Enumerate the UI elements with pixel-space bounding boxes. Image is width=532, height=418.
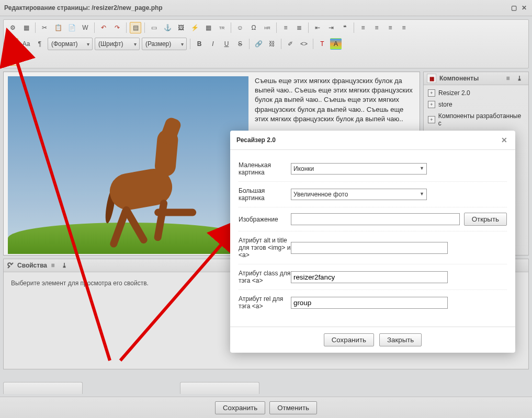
properties-title: Свойства (17, 262, 47, 269)
modal-save-button[interactable]: Сохранить (324, 333, 374, 346)
bottom-tabs (3, 382, 259, 394)
alt-title-input[interactable] (291, 242, 448, 254)
text-direction-icon[interactable]: ¶ (7, 38, 18, 50)
big-image-select[interactable]: Увеличенное фото (291, 189, 427, 200)
panel-menu-icon[interactable]: ≡ (502, 73, 514, 84)
source-icon[interactable]: <> (298, 38, 310, 50)
toolbar-row-1: ⚙ ▦ ✂ 📋 📄 W ↶ ↷ ▤ ▭ ⚓ 🖼 ⚡ ▦ TR ☺ Ω НR ≡ … (3, 19, 529, 68)
panel-menu-icon[interactable]: ≡ (47, 260, 59, 271)
align-right-icon[interactable]: ≡ (384, 22, 396, 33)
table-icon[interactable]: ▦ (202, 22, 214, 33)
copy-icon[interactable]: 📋 (52, 22, 64, 33)
alt-title-label: Атрибут alt и title для тэгов <img> и <a… (239, 237, 291, 259)
window-title: Редактирование страницы: /resizer2/new_p… (4, 4, 163, 11)
components-icon: ▦ (427, 74, 436, 83)
layout-icon[interactable]: ▦ (20, 22, 32, 33)
small-image-select[interactable]: Иконки (291, 163, 427, 175)
unlink-icon[interactable]: ⛓ (266, 38, 278, 50)
style-icon[interactable]: Aa (20, 38, 32, 50)
gear-icon[interactable]: ⚙ (7, 22, 18, 33)
expand-icon[interactable]: + (428, 101, 435, 108)
bgcolor-icon[interactable]: A (330, 38, 342, 50)
italic-icon[interactable]: I (207, 38, 219, 50)
class-attr-label: Атрибут class для тэга <a> (239, 270, 291, 284)
footer: Сохранить Отменить (0, 397, 532, 418)
blockquote-icon[interactable]: ❝ (339, 22, 350, 33)
wrench-icon (7, 262, 14, 269)
align-center-icon[interactable]: ≡ (371, 22, 382, 33)
toggle-blocks-icon[interactable]: ▤ (130, 22, 141, 33)
size-select[interactable]: (Размер) (142, 38, 187, 50)
anchor-icon[interactable]: ⚓ (162, 22, 173, 33)
modal-close-icon[interactable]: ✕ (500, 135, 509, 145)
content-text[interactable]: Съешь еще этих мягких французских булок … (255, 76, 415, 124)
page-cancel-button[interactable]: Отменить (269, 401, 317, 414)
panel-collapse-icon[interactable]: ⤓ (514, 73, 525, 84)
undo-icon[interactable]: ↶ (98, 22, 109, 33)
rel-attr-input[interactable] (291, 297, 448, 309)
tree-node[interactable]: +store (424, 99, 528, 110)
rel-attr-label: Атрибут rel для тэга <a> (239, 295, 291, 310)
tree-node[interactable]: +Компоненты разработанные с (424, 110, 528, 129)
open-button[interactable]: Открыть (464, 213, 507, 226)
removeformat-icon[interactable]: ✐ (285, 38, 296, 50)
format-icon[interactable]: ¶ (34, 38, 46, 50)
class-attr-input[interactable] (291, 271, 448, 283)
align-left-icon[interactable]: ≡ (357, 22, 369, 33)
components-title: Компоненты (439, 75, 479, 82)
hr-icon[interactable]: НR (262, 22, 273, 33)
image-path-input[interactable] (291, 213, 460, 225)
expand-icon[interactable]: + (428, 116, 435, 123)
textcolor-icon[interactable]: T (316, 38, 328, 50)
expand-icon[interactable]: + (428, 89, 435, 97)
format-select[interactable]: (Формат) (48, 38, 93, 50)
modal-title: Ресайзер 2.0 (236, 136, 276, 144)
window-maximize-icon[interactable]: ▢ (510, 4, 517, 11)
big-image-label: Большая картинка (239, 187, 291, 202)
small-image-label: Маленькая картинка (239, 161, 291, 176)
paste-icon[interactable]: 📄 (66, 22, 77, 33)
insert-div-icon[interactable]: ▭ (148, 22, 160, 33)
indent-icon[interactable]: ⇥ (325, 22, 337, 33)
content-image[interactable] (8, 76, 248, 254)
numbered-list-icon[interactable]: ≡ (280, 22, 291, 33)
smiley-icon[interactable]: ☺ (234, 22, 246, 33)
strike-icon[interactable]: S (234, 38, 246, 50)
image-icon[interactable]: 🖼 (175, 22, 187, 33)
align-justify-icon[interactable]: ≡ (398, 22, 410, 33)
window-titlebar: Редактирование страницы: /resizer2/new_p… (0, 0, 532, 16)
flash-icon[interactable]: ⚡ (189, 22, 200, 33)
resizer-modal: Ресайзер 2.0 ✕ Маленькая картинка Иконки… (230, 131, 515, 353)
modal-close-button[interactable]: Закрыть (379, 333, 422, 346)
bold-icon[interactable]: B (194, 38, 205, 50)
bullet-list-icon[interactable]: ≣ (293, 22, 305, 33)
image-path-label: Изображение (239, 216, 291, 223)
tree-node[interactable]: +Resizer 2.0 (424, 87, 528, 99)
specialchar-icon[interactable]: Ω (248, 22, 259, 33)
font-select[interactable]: (Шрифт) (95, 38, 140, 50)
underline-icon[interactable]: U (221, 38, 232, 50)
pagebreak-icon[interactable]: TR (216, 22, 228, 33)
paste-word-icon[interactable]: W (80, 22, 91, 33)
page-save-button[interactable]: Сохранить (215, 401, 265, 414)
resizer-plugin-icon[interactable]: ▣ (7, 54, 18, 66)
outdent-icon[interactable]: ⇤ (312, 22, 323, 33)
bottom-tab[interactable] (180, 382, 259, 394)
window-close-icon[interactable]: ✕ (520, 4, 528, 11)
redo-icon[interactable]: ↷ (111, 22, 123, 33)
panel-collapse-icon[interactable]: ⤓ (59, 260, 70, 271)
bottom-tab[interactable] (3, 382, 83, 394)
cut-icon[interactable]: ✂ (39, 22, 50, 33)
link-icon[interactable]: 🔗 (253, 38, 264, 50)
